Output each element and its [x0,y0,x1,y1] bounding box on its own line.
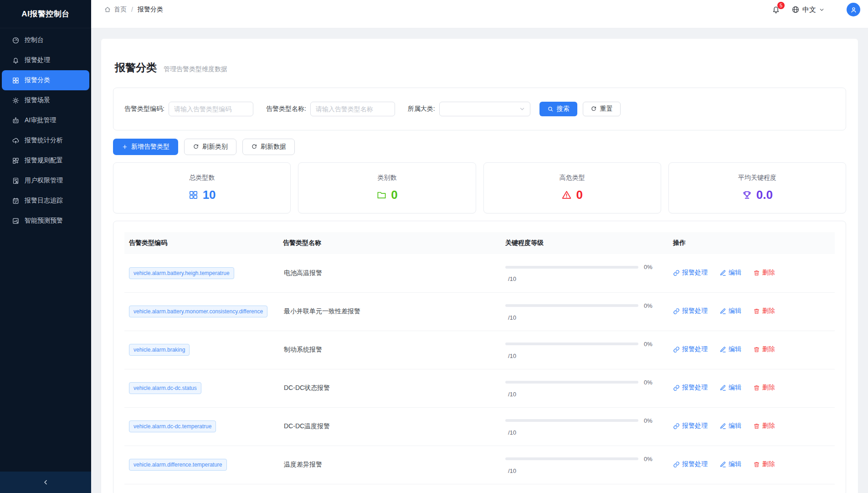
sidebar-item-label: 报警处理 [25,56,50,64]
handle-alarm-link[interactable]: 报警处理 [673,269,708,277]
stat-card-3: 高危类型 0 [483,162,661,213]
predict-icon [12,217,20,225]
criticality-progressbar [505,266,638,269]
criticality-progressbar [505,343,638,345]
edit-link[interactable]: 编辑 [719,422,741,430]
table-row: vehicle.alarm.battery.heigh.temperatrue … [124,254,835,292]
topbar: 首页 / 报警分类 5 中文 [91,0,868,28]
language-selector[interactable]: 中文 [791,5,825,14]
filter-buttons: 搜索 重置 [539,102,621,116]
edit-link[interactable]: 编辑 [719,345,741,353]
sidebar-item-3[interactable]: 报警分类 [2,70,89,90]
link-icon [673,461,680,468]
sidebar-item-label: 智能预测预警 [25,217,63,225]
link-icon [673,270,680,276]
grid-icon [12,77,20,84]
handle-alarm-link[interactable]: 报警处理 [673,307,708,315]
handle-alarm-link[interactable]: 报警处理 [673,422,708,430]
criticality-percent: 0% [644,379,652,386]
refresh-data-button[interactable]: 刷新数据 [242,139,295,155]
sidebar-item-label: 控制台 [25,36,44,44]
chevron-down-icon [819,7,825,13]
criticality-percent: 0% [644,341,652,348]
stat-value: 0.0 [742,188,773,202]
sidebar-item-7[interactable]: 报警规则配置 [2,150,89,171]
page-subtitle: 管理告警类型维度数据 [164,65,227,73]
category-filter-label: 所属大类: [408,105,435,113]
add-alarm-type-button[interactable]: 新增告警类型 [113,139,178,155]
criticality-progressbar [505,304,638,307]
avatar[interactable] [847,3,860,16]
handle-alarm-link[interactable]: 报警处理 [673,345,708,353]
filter-group-name: 告警类型名称: [266,102,395,116]
page-title: 报警分类 [115,61,157,75]
language-label: 中文 [802,5,816,14]
sidebar-item-8[interactable]: 用户权限管理 [2,171,89,191]
edit-link[interactable]: 编辑 [719,269,741,277]
sidebar-item-label: 报警场景 [25,96,50,104]
reset-button[interactable]: 重置 [583,102,621,116]
stat-number: 0.0 [756,188,773,202]
stat-number: 10 [203,188,216,202]
filter-group-category: 所属大类: [408,102,530,116]
stat-label: 总类型数 [189,174,215,182]
handle-alarm-link[interactable]: 报警处理 [673,460,708,468]
delete-link[interactable]: 删除 [753,345,775,353]
sidebar-item-4[interactable]: 报警场景 [2,90,89,110]
edit-link[interactable]: 编辑 [719,307,741,315]
name-filter-input[interactable] [310,102,395,116]
edit-link[interactable]: 编辑 [719,460,741,468]
grid-icon [188,190,199,200]
stat-value: 0 [561,188,582,202]
sidebar-item-10[interactable]: 智能预测预警 [2,211,89,231]
globe-icon [791,5,800,14]
table-row: vehicle.alarm.braking 制动系统报警 0% /10 报警处理… [124,331,835,369]
sidebar-item-9[interactable]: 报警日志追踪 [2,191,89,211]
stat-number: 0 [576,188,582,202]
edit-icon [719,346,726,353]
delete-link[interactable]: 删除 [753,384,775,392]
criticality-denominator: /10 [508,429,664,436]
criticality-percent: 0% [644,417,652,424]
delete-link[interactable]: 删除 [753,269,775,277]
notification-badge: 5 [777,2,785,9]
breadcrumb-home-label: 首页 [114,5,127,14]
column-header-code: 告警类型编码 [124,232,278,254]
code-filter-label: 告警类型编码: [124,105,164,113]
edit-link[interactable]: 编辑 [719,384,741,392]
alarm-code-tag: vehicle.alarm.battery.heigh.temperatrue [129,267,234,279]
delete-link[interactable]: 删除 [753,307,775,315]
alarm-name: DC-DC温度报警 [278,407,501,446]
column-header-actions: 操作 [668,232,835,254]
criticality-percent: 0% [644,302,652,309]
alarm-code-tag: vehicle.alarm.difference.temperature [129,459,227,471]
edit-icon [719,270,726,276]
category-select[interactable] [439,102,530,116]
delete-link[interactable]: 删除 [753,422,775,430]
handle-alarm-link[interactable]: 报警处理 [673,384,708,392]
refresh-icon [193,144,199,150]
stat-number: 0 [391,188,397,202]
criticality-denominator: /10 [508,275,664,282]
delete-link[interactable]: 删除 [753,460,775,468]
code-filter-input[interactable] [169,102,253,116]
sidebar-item-6[interactable]: 报警统计分析 [2,130,89,150]
sidebar-item-label: 报警统计分析 [25,136,63,145]
content: 报警分类 管理告警类型维度数据 告警类型编码: 告警类型名称: 所属大类: [91,28,868,493]
app-title: AI报警控制台 [0,0,91,28]
criticality-denominator: /10 [508,391,664,398]
filter-panel: 告警类型编码: 告警类型名称: 所属大类: [113,88,846,130]
refresh-category-button[interactable]: 刷新类别 [184,139,236,155]
notifications-button[interactable]: 5 [771,5,781,14]
cloud-upload-icon [12,137,20,145]
search-button[interactable]: 搜索 [539,102,577,116]
sidebar-item-1[interactable]: 控制台 [2,30,89,50]
sidebar-collapse-button[interactable] [0,472,91,493]
column-header-level: 关键程度等级 [501,232,668,254]
table-row: vehicle.alarm.difference.temperature 温度差… [124,446,835,484]
sidebar-item-5[interactable]: AI审批管理 [2,110,89,130]
criticality-denominator: /10 [508,353,664,359]
sidebar-item-2[interactable]: 报警处理 [2,50,89,70]
breadcrumb-home-link[interactable]: 首页 [104,5,127,14]
stat-label: 平均关键程度 [738,174,776,182]
